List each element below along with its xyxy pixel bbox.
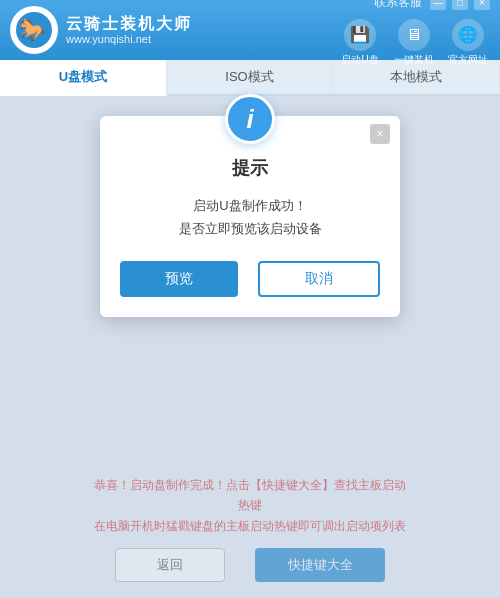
dialog-close-button[interactable]: × — [370, 124, 390, 144]
install-label: 一键装机 — [394, 53, 434, 67]
website-label: 官方网址 — [448, 53, 488, 67]
title-bar-right: 联系客服 — □ × 💾 启动U盘 🖥 一键装机 🌐 官方网址 — [338, 0, 490, 67]
main-content: × i 提示 启动U盘制作成功！ 是否立即预览该启动设备 预览 取消 恭喜！启动… — [0, 96, 500, 598]
cancel-button[interactable]: 取消 — [258, 261, 380, 297]
dialog-title: 提示 — [100, 156, 400, 180]
dialog-message-line2: 是否立即预览该启动设备 — [120, 217, 380, 240]
maximize-button[interactable]: □ — [452, 0, 468, 10]
dialog-message: 启动U盘制作成功！ 是否立即预览该启动设备 — [100, 194, 400, 241]
app-url: www.yunqishi.net — [66, 33, 192, 46]
nav-website[interactable]: 🌐 官方网址 — [446, 19, 490, 67]
app-name: 云骑士装机大师 — [66, 14, 192, 33]
logo-icon: 🐎 — [10, 6, 58, 54]
preview-button[interactable]: 预览 — [120, 261, 238, 297]
minimize-button[interactable]: — — [430, 0, 446, 10]
window-controls: — □ × — [430, 0, 490, 10]
logo-area: 🐎 云骑士装机大师 www.yunqishi.net — [10, 6, 192, 54]
dialog-overlay: × i 提示 启动U盘制作成功！ 是否立即预览该启动设备 预览 取消 — [0, 96, 500, 598]
dialog-buttons: 预览 取消 — [100, 261, 400, 297]
install-icon: 🖥 — [398, 19, 430, 51]
dialog: × i 提示 启动U盘制作成功！ 是否立即预览该启动设备 预览 取消 — [100, 116, 400, 317]
close-button[interactable]: × — [474, 0, 490, 10]
usb-icon: 💾 — [344, 19, 376, 51]
tab-iso-mode[interactable]: ISO模式 — [167, 60, 334, 94]
nav-install[interactable]: 🖥 一键装机 — [392, 19, 436, 67]
nav-usb[interactable]: 💾 启动U盘 — [338, 19, 382, 67]
dialog-message-line1: 启动U盘制作成功！ — [120, 194, 380, 217]
title-bar-top: 联系客服 — □ × — [374, 0, 490, 11]
dialog-info-icon: i — [225, 94, 275, 144]
usb-label: 启动U盘 — [341, 53, 378, 67]
support-link[interactable]: 联系客服 — [374, 0, 422, 11]
tab-usb-mode[interactable]: U盘模式 — [0, 60, 167, 96]
website-icon: 🌐 — [452, 19, 484, 51]
svg-text:🐎: 🐎 — [19, 16, 47, 43]
nav-icons: 💾 启动U盘 🖥 一键装机 🌐 官方网址 — [338, 19, 490, 67]
dialog-icon-area: i — [100, 94, 400, 144]
logo-text: 云骑士装机大师 www.yunqishi.net — [66, 14, 192, 46]
title-bar: 🐎 云骑士装机大师 www.yunqishi.net 联系客服 — □ × 💾 … — [0, 0, 500, 60]
